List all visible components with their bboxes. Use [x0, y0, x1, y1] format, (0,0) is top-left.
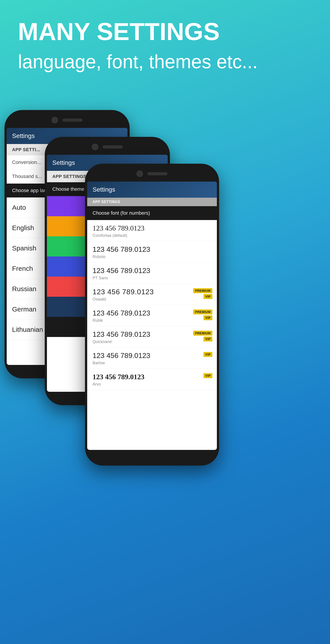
phone3-dropdown-header: Choose font (for numbers): [87, 206, 217, 220]
phone2-notch: [45, 137, 170, 155]
phone3-speaker: [147, 172, 168, 175]
badge-premium-quicksand: PREMIUM: [193, 331, 212, 336]
font-item-comfortaa[interactable]: 123 456 789.0123 Comfortaa (default): [87, 220, 217, 241]
phone3-notch: [85, 164, 219, 182]
font-label-quicksand: Quicksand: [92, 340, 112, 344]
font-number-roboto: 123 456 789.0123: [92, 245, 212, 254]
phone1-notch: [4, 110, 130, 128]
badge-vip-oswald: VIP: [204, 294, 212, 299]
font-item-barlow[interactable]: 123 456 789.0123 Barlow VIP: [87, 348, 217, 369]
font-item-arvo[interactable]: 123 456 789.0123 Arvo VIP: [87, 369, 217, 390]
font-label-rubik: Rubik: [92, 318, 103, 323]
font-item-rubik[interactable]: 123 456 789.0123 Rubik PREMIUM VIP: [87, 305, 217, 326]
font-item-oswald[interactable]: 123 456 789.0123 Oswald PREMIUM VIP: [87, 284, 217, 305]
hero-section: MANY SETTINGS language, font, themes etc…: [0, 0, 330, 83]
badge-vip-arvo: VIP: [204, 373, 212, 378]
phone-font: Settings APP SETTINGS Choose font (for n…: [85, 164, 219, 466]
badge-vip-rubik: VIP: [204, 315, 212, 320]
phones-container: Settings APP SETTI... Conversion... Thou…: [0, 88, 330, 580]
font-label-barlow: Barlow: [92, 361, 105, 365]
badge-vip-quicksand: VIP: [204, 336, 212, 342]
phone3-camera-icon: [136, 170, 143, 177]
badge-premium-oswald: PREMIUM: [193, 288, 212, 293]
font-label-arvo: Arvo: [92, 382, 101, 386]
badge-vip-barlow: VIP: [204, 352, 212, 357]
badge-container-barlow: VIP: [204, 352, 212, 357]
font-number-arvo: 123 456 789.0123: [92, 373, 212, 381]
phone2-speaker: [102, 145, 123, 148]
font-label-oswald: Oswald: [92, 297, 106, 302]
phone3-screen: Settings APP SETTINGS Choose font (for n…: [87, 182, 217, 450]
phone3-settings-header: Settings: [87, 182, 217, 198]
phone1-camera-icon: [52, 117, 58, 123]
font-label-comfortaa: Comfortaa (default): [92, 233, 127, 238]
hero-title: MANY SETTINGS: [18, 18, 312, 45]
badge-container-quicksand: PREMIUM VIP: [193, 331, 212, 342]
font-item-ptsans[interactable]: 123 456 789.0123 PT Sans: [87, 262, 217, 284]
badge-premium-rubik: PREMIUM: [193, 310, 212, 314]
phone3-app-settings-bar: APP SETTINGS: [87, 198, 217, 206]
phone2-camera-icon: [92, 144, 98, 150]
phone1-speaker: [62, 118, 82, 122]
badge-container-arvo: VIP: [204, 373, 212, 378]
font-number-barlow: 123 456 789.0123: [92, 352, 212, 360]
font-number-comfortaa: 123 456 789.0123: [92, 224, 212, 232]
font-item-quicksand[interactable]: 123 456 789.0123 Quicksand PREMIUM VIP: [87, 326, 217, 348]
badge-container-oswald: PREMIUM VIP: [193, 288, 212, 299]
hero-subtitle: language, font, themes etc...: [18, 50, 312, 74]
font-number-ptsans: 123 456 789.0123: [92, 266, 212, 275]
font-label-roboto: Roboto: [92, 254, 106, 259]
font-item-roboto[interactable]: 123 456 789.0123 Roboto: [87, 241, 217, 262]
badge-container-rubik: PREMIUM VIP: [193, 310, 212, 320]
font-label-ptsans: PT Sans: [92, 276, 108, 280]
